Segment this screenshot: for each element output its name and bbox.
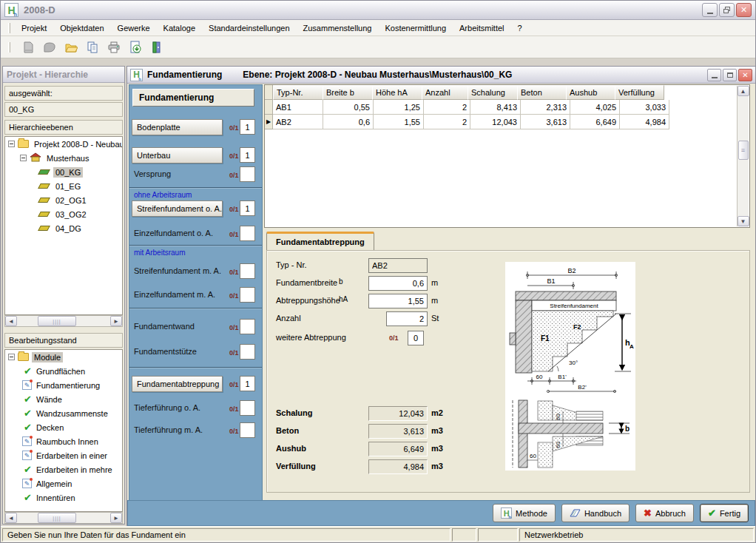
tree-node-musterhaus[interactable]: Musterhaus [5, 151, 122, 165]
menu-bodenplatte-button[interactable]: Bodenplatte [132, 119, 223, 135]
copy-icon[interactable] [84, 39, 101, 55]
module-raumbuch[interactable]: ✎ Raumbuch Innen [5, 434, 122, 448]
weitere-abtreppung-field[interactable] [408, 331, 424, 345]
module-label[interactable]: Decken [34, 422, 66, 433]
scrollbar-thumb[interactable]: ≡ [738, 141, 749, 160]
menu-kostenermittlung[interactable]: Kostenermittlung [378, 21, 453, 35]
fundamentbreite-field[interactable] [368, 276, 428, 291]
cell-verfuellung[interactable]: 3,033 [620, 100, 669, 115]
menu-standardeinstellungen[interactable]: Standardeinstellungen [202, 21, 296, 35]
tree-node-label[interactable]: 01_EG [53, 181, 83, 192]
export-report-icon[interactable] [127, 39, 144, 55]
module-fundamentierung[interactable]: ✎ Fundamentierung [5, 378, 122, 392]
module-allgemein[interactable]: ✎ Allgemein [5, 476, 122, 490]
unterbau-count-input[interactable] [240, 147, 255, 163]
fundamentstuetze-count-input[interactable] [240, 344, 255, 360]
cell-aushub[interactable]: 6,649 [570, 115, 620, 129]
modules-tree-hscrollbar[interactable]: ◄ |||| ► [4, 512, 123, 524]
versprung-count-input[interactable] [240, 166, 255, 182]
handbuch-button[interactable]: Handbuch [561, 504, 630, 522]
tree-node-module[interactable]: Module [5, 350, 122, 364]
cell-aushub[interactable]: 4,025 [570, 100, 620, 115]
scroll-left-icon[interactable]: ◄ [5, 513, 17, 523]
col-anzahl[interactable]: Anzahl [422, 85, 468, 100]
cell-hoehe[interactable]: 1,55 [374, 115, 424, 129]
tieferfuehrung-oa-count-input[interactable] [240, 400, 255, 416]
streifenfundament-ma-count-input[interactable] [240, 263, 255, 279]
einzelfundament-oa-count-input[interactable] [240, 226, 255, 241]
module-minimize-button[interactable] [707, 69, 721, 81]
menu-unterbau-button[interactable]: Unterbau [132, 147, 223, 163]
cell-verfuellung[interactable]: 4,984 [620, 115, 669, 129]
new-document-icon[interactable] [20, 39, 36, 55]
cell-beton[interactable]: 3,613 [521, 115, 570, 129]
table-vscrollbar[interactable]: ▲ ≡ ▼ [737, 86, 749, 226]
module-innentueren[interactable]: ✔ Innentüren [5, 490, 122, 505]
typ-field[interactable] [368, 258, 428, 273]
cell-hoehe[interactable]: 1,25 [374, 100, 424, 115]
menu-projekt[interactable]: Projekt [15, 21, 53, 35]
cell-anzahl[interactable]: 2 [424, 115, 470, 129]
close-button[interactable]: ✕ [736, 3, 752, 17]
fundamentwand-count-input[interactable] [240, 319, 255, 334]
restore-button[interactable] [719, 3, 735, 17]
streifenfundament-oa-count-input[interactable] [240, 200, 255, 216]
open-project-icon[interactable] [41, 39, 58, 55]
tree-node-label[interactable]: Musterhaus [44, 153, 91, 163]
tree-node-02og1[interactable]: 02_OG1 [5, 193, 122, 207]
module-label[interactable]: Fundamentierung [34, 380, 102, 391]
collapse-icon[interactable] [8, 354, 15, 360]
col-schalung[interactable]: Schalung [468, 85, 518, 100]
module-decken[interactable]: ✔ Decken [5, 420, 122, 434]
scroll-right-icon[interactable]: ► [110, 513, 122, 523]
exit-door-icon[interactable] [149, 39, 165, 55]
tree-node-01eg[interactable]: 01_EG [5, 179, 122, 193]
fundamentabtreppung-count-input[interactable] [240, 376, 255, 391]
open-folder-icon[interactable] [63, 39, 79, 55]
module-label[interactable]: Grundflächen [34, 366, 87, 377]
abtreppungshoehe-field[interactable] [368, 294, 428, 308]
bodenplatte-count-input[interactable] [240, 119, 255, 135]
col-typ-nr[interactable]: Typ-Nr. [273, 85, 323, 100]
module-maximize-button[interactable] [723, 69, 737, 81]
tree-node-label[interactable]: 02_OG1 [53, 195, 89, 206]
tree-node-04dg[interactable]: 04_DG [5, 221, 122, 235]
scroll-right-icon[interactable]: ► [110, 316, 122, 326]
tree-node-label[interactable]: 04_DG [53, 223, 84, 234]
hierarchy-tree-hscrollbar[interactable]: ◄ |||| ► [4, 315, 123, 327]
tab-fundamentabtreppung[interactable]: Fundamentabtreppung [266, 232, 374, 250]
tree-node-00kg[interactable]: 00_KG [5, 165, 122, 179]
collapse-icon[interactable] [8, 141, 15, 147]
scrollbar-thumb[interactable]: |||| [38, 513, 76, 523]
module-label[interactable]: Wände [34, 394, 64, 405]
module-label[interactable]: Erdarbeiten in einer [34, 451, 109, 461]
menu-streifenfundament-oa-button[interactable]: Streifenfundament o. A. [132, 200, 223, 217]
menu-help[interactable]: ? [511, 21, 529, 35]
print-icon[interactable] [106, 39, 122, 55]
module-label[interactable]: Allgemein [34, 479, 74, 489]
tree-node-project[interactable]: Projekt 2008-D - Neubau [5, 137, 122, 151]
scroll-down-icon[interactable]: ▼ [738, 216, 749, 226]
module-erdarbeiten-mehre[interactable]: ✔ Erdarbeiten in mehre [5, 462, 122, 476]
scroll-up-icon[interactable]: ▲ [738, 86, 749, 96]
col-aushub[interactable]: Aushub [566, 85, 615, 100]
module-label[interactable]: Innentüren [34, 493, 78, 503]
methode-button[interactable]: Hh Methode [493, 504, 556, 522]
anzahl-field[interactable] [386, 311, 428, 326]
tree-node-label[interactable]: 03_OG2 [53, 209, 89, 220]
scroll-left-icon[interactable]: ◄ [5, 316, 17, 326]
module-label[interactable]: Raumbuch Innen [34, 436, 101, 447]
menu-gewerke[interactable]: Gewerke [111, 21, 157, 35]
col-verfuellung[interactable]: Verfüllung [615, 85, 664, 100]
table-row-selected[interactable]: ▶ AB2 0,6 1,55 2 12,043 3,613 6,649 4,98… [265, 115, 749, 129]
scrollbar-thumb[interactable]: |||| [38, 316, 76, 326]
col-breite[interactable]: Breite b [323, 85, 373, 100]
module-erdarbeiten-einer[interactable]: ✎ Erdarbeiten in einer [5, 448, 122, 462]
cell-breite[interactable]: 0,6 [323, 115, 374, 129]
module-label[interactable]: Wandzusammenste [34, 408, 110, 419]
einzelfundament-ma-count-input[interactable] [240, 287, 255, 303]
cell-schalung[interactable]: 12,043 [470, 115, 521, 129]
table-row[interactable]: AB1 0,55 1,25 2 8,413 2,313 4,025 3,033 [265, 100, 749, 115]
menu-objektdaten[interactable]: Objektdaten [53, 21, 110, 35]
tieferfuehrung-ma-count-input[interactable] [240, 422, 255, 438]
